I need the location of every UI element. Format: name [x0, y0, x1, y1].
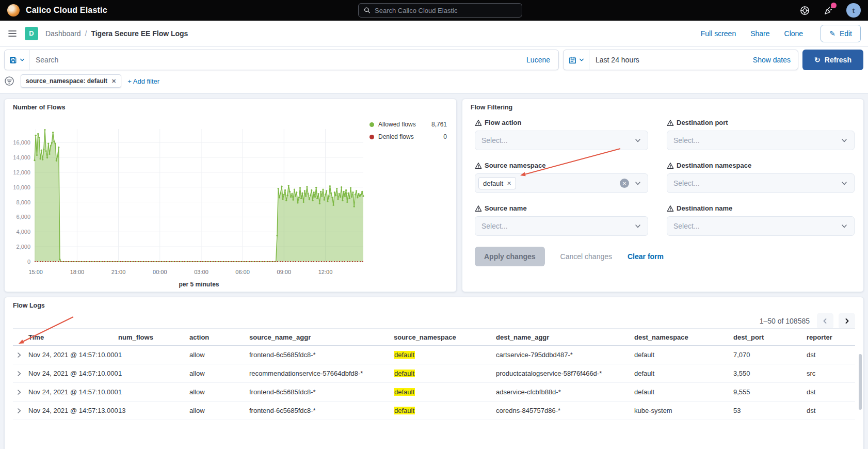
dashboard-header-bar: D Dashboard / Tigera Secure EE Flow Logs…	[0, 21, 868, 46]
highlighted-value: default	[394, 388, 415, 396]
edit-button[interactable]: ✎ Edit	[821, 25, 861, 42]
svg-text:4,000: 4,000	[16, 229, 30, 235]
save-icon	[9, 56, 17, 64]
warning-icon	[475, 205, 482, 212]
expand-row-button[interactable]	[13, 371, 28, 377]
user-avatar[interactable]: t	[846, 3, 861, 18]
field-label: Destination port	[667, 119, 855, 126]
search-icon	[364, 7, 371, 14]
refresh-icon: ↻	[814, 56, 821, 64]
destination-name-select[interactable]: Select...	[667, 216, 855, 236]
legend-label: Allowed flows	[378, 121, 416, 128]
flow-filtering-panel: Flow Filtering Flow action Select...	[462, 99, 864, 292]
clone-link[interactable]: Clone	[784, 29, 803, 38]
expand-row-button[interactable]	[13, 389, 28, 395]
refresh-button[interactable]: ↻ Refresh	[802, 50, 863, 70]
global-search[interactable]	[358, 3, 522, 18]
notification-dot	[831, 3, 837, 8]
global-search-input[interactable]	[375, 7, 517, 14]
cell-reporter: dst	[807, 388, 856, 396]
cell-reporter: dst	[807, 407, 856, 414]
chevron-right-icon	[16, 371, 22, 377]
table-scrollbar-thumb[interactable]	[859, 354, 862, 410]
column-header-source-name-aggr[interactable]: source_name_aggr	[249, 333, 394, 341]
warning-icon	[475, 119, 482, 126]
table-row: Nov 24, 2021 @ 14:57:13.000 13 allow fro…	[13, 402, 855, 420]
chevron-right-icon	[16, 389, 22, 395]
column-header-time[interactable]: Time	[28, 333, 118, 341]
select-placeholder: Select...	[481, 136, 508, 145]
source-namespace-tag-default[interactable]: default ✕	[478, 177, 516, 189]
cell-dest-name-aggr: coredns-845757d86-*	[496, 407, 634, 414]
field-label-text: Source name	[485, 204, 527, 212]
add-filter-button[interactable]: + Add filter	[127, 77, 159, 85]
field-source-namespace: Source namespace default ✕ ✕	[475, 162, 648, 193]
cell-time: Nov 24, 2021 @ 14:57:10.000	[28, 388, 118, 396]
column-header-dest-namespace[interactable]: dest_namespace	[634, 333, 733, 341]
chart-x-axis-title: per 5 minutes	[35, 281, 363, 288]
news-party-icon[interactable]	[823, 5, 834, 16]
column-header-dest-port[interactable]: dest_port	[733, 333, 807, 341]
column-header-reporter[interactable]: reporter	[807, 333, 856, 341]
cancel-changes-button[interactable]: Cancel changes	[560, 252, 612, 261]
clear-selection-icon[interactable]: ✕	[620, 179, 629, 188]
tag-label: default	[483, 180, 503, 187]
svg-text:03:00: 03:00	[194, 269, 208, 275]
cell-source-namespace: default	[394, 370, 496, 377]
remove-filter-icon[interactable]: ✕	[111, 78, 116, 85]
field-destination-name: Destination name Select...	[667, 204, 855, 236]
query-search-input[interactable]	[29, 56, 518, 64]
next-page-button[interactable]	[839, 313, 855, 329]
refresh-button-label: Refresh	[825, 56, 851, 64]
share-link[interactable]: Share	[750, 29, 769, 38]
query-syntax-toggle[interactable]: Lucene	[518, 56, 558, 64]
date-quick-select-button[interactable]	[564, 50, 589, 70]
source-name-select[interactable]: Select...	[475, 216, 648, 236]
column-header-action[interactable]: action	[189, 333, 249, 341]
chevron-down-icon	[579, 57, 584, 62]
expand-row-button[interactable]	[13, 352, 28, 358]
field-flow-action: Flow action Select...	[475, 119, 648, 150]
flow-action-select[interactable]: Select...	[475, 131, 648, 150]
filter-options-icon[interactable]	[4, 76, 14, 86]
dashboard-canvas: Number of Flows 02,0004,0006,0008,00010,…	[0, 93, 868, 449]
column-header-num-flows[interactable]: num_flows	[118, 333, 189, 341]
filter-pill-label: source_namespace: default	[26, 77, 107, 85]
svg-text:06:00: 06:00	[235, 269, 250, 275]
pagination-range: 1–50 of 108585	[760, 317, 810, 325]
flow-logs-rows: Nov 24, 2021 @ 14:57:10.000 1 allow fron…	[13, 346, 855, 420]
column-header-dest-name-aggr[interactable]: dest_name_aggr	[496, 333, 634, 341]
column-header-source-namespace[interactable]: source_namespace	[394, 333, 496, 341]
chevron-down-icon	[841, 222, 848, 230]
chevron-down-icon	[841, 180, 848, 187]
expand-row-button[interactable]	[13, 408, 28, 414]
field-destination-port: Destination port Select...	[667, 119, 855, 150]
svg-text:15:00: 15:00	[28, 269, 43, 275]
show-dates-button[interactable]: Show dates	[753, 56, 798, 64]
cell-action: allow	[189, 388, 249, 396]
saved-query-menu-button[interactable]	[5, 50, 29, 70]
flow-logs-table: Time num_flows action source_name_aggr s…	[13, 328, 855, 420]
flow-filtering-actions: Apply changes Cancel changes Clear form	[475, 247, 664, 266]
legend-item-denied[interactable]: Denied flows 0	[369, 133, 447, 140]
chevron-right-icon	[16, 408, 22, 414]
full-screen-link[interactable]: Full screen	[701, 29, 736, 38]
pencil-icon: ✎	[829, 29, 835, 38]
clear-form-button[interactable]: Clear form	[628, 252, 664, 261]
chevron-down-icon	[841, 137, 848, 144]
destination-namespace-select[interactable]: Select...	[667, 173, 855, 193]
apply-changes-button[interactable]: Apply changes	[475, 247, 545, 266]
help-icon[interactable]	[799, 5, 810, 16]
breadcrumb-dashboard[interactable]: Dashboard	[45, 29, 81, 38]
calico-logo-icon	[7, 4, 20, 17]
menu-icon[interactable]	[7, 28, 18, 39]
tag-remove-icon[interactable]: ✕	[507, 180, 511, 187]
time-range-value[interactable]: Last 24 hours	[589, 56, 646, 64]
prev-page-button[interactable]	[817, 313, 833, 329]
legend-item-allowed[interactable]: Allowed flows 8,761	[369, 121, 447, 128]
cell-time: Nov 24, 2021 @ 14:57:10.000	[28, 351, 118, 359]
flow-filtering-fields: Flow action Select... Destination	[475, 119, 855, 236]
destination-port-select[interactable]: Select...	[667, 131, 855, 150]
filter-pill-source-namespace[interactable]: source_namespace: default ✕	[21, 74, 121, 88]
source-namespace-select[interactable]: default ✕ ✕	[475, 173, 648, 193]
